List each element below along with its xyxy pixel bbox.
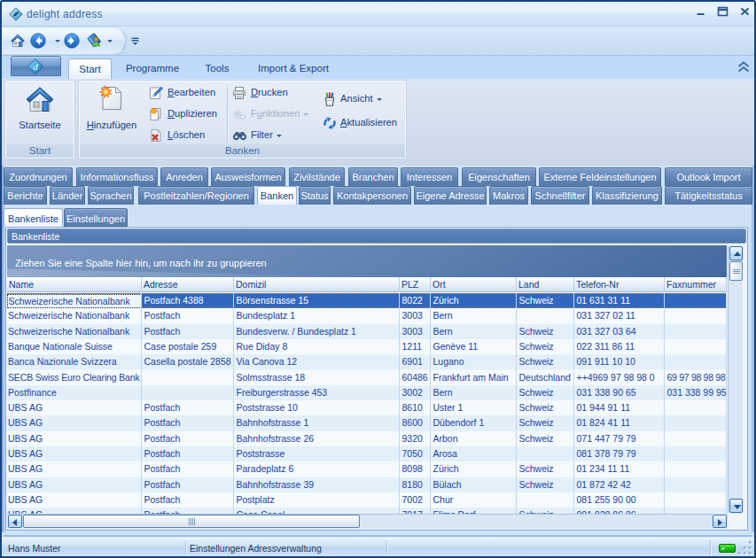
svg-text:d: d: [33, 61, 38, 72]
